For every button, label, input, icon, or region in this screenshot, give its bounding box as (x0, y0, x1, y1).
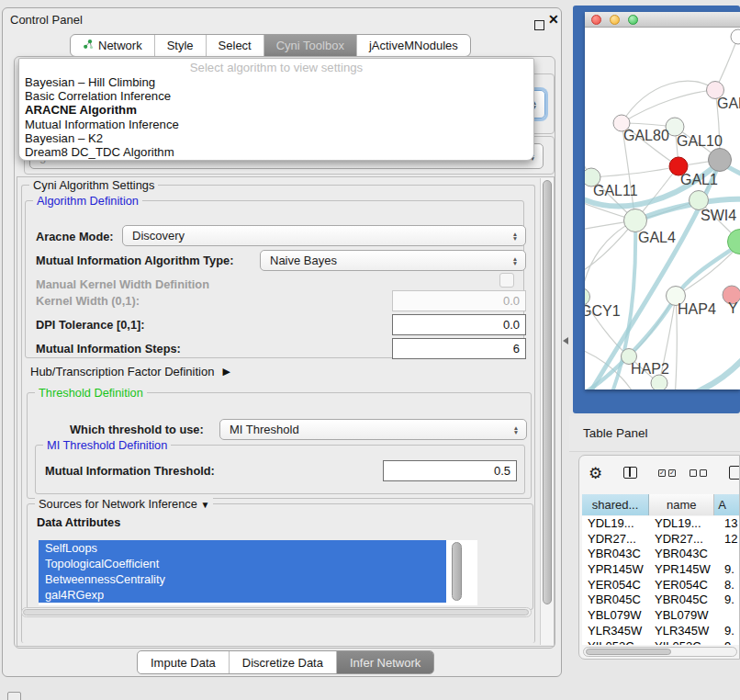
table-cell: 8. (722, 578, 740, 593)
hub-transcription-factor-label: Hub/Transcription Factor Definition (30, 365, 214, 378)
mi-threshold-definition-title: MI Threshold Definition (43, 438, 171, 452)
network-node-label: HAP2 (631, 361, 669, 377)
threshold-definition-title: Threshold Definition (35, 386, 147, 400)
column-header-a[interactable]: A (714, 494, 740, 515)
column-layout-icon[interactable] (623, 467, 637, 479)
algorithm-definition-title: Algorithm Definition (33, 194, 142, 208)
network-node[interactable] (731, 29, 740, 44)
algorithm-dropdown-items: Bayesian – Hill ClimbingBasic Correlatio… (19, 75, 533, 159)
close-traffic-light-icon[interactable] (591, 15, 601, 25)
table-row[interactable]: YDR27...YDR27...12 (582, 532, 740, 548)
algorithm-option-bayesian-k2[interactable]: Bayesian – K2 (19, 131, 533, 145)
table-horizontal-scrollbar[interactable] (583, 647, 737, 657)
kernel-width-field (392, 290, 526, 311)
manual-kernel-width-checkbox[interactable] (499, 273, 514, 288)
table-row[interactable]: YBL079WYBL079W (582, 608, 740, 624)
table-rows: YDL19...YDL19...13YDR27...YDR27...12YBR0… (582, 516, 740, 645)
attribute-item-selfloops[interactable]: SelfLoops (39, 540, 446, 556)
tab-impute-data[interactable]: Impute Data (138, 651, 230, 673)
mi-threshold-definition-group: MI Threshold Definition Mutual Informati… (35, 445, 525, 494)
table-row[interactable]: YER054CYER054C8. (582, 578, 740, 593)
aracne-mode-select[interactable]: Discovery (122, 225, 526, 246)
settings-horizontal-scrollbar[interactable] (21, 607, 532, 617)
tab-label: Cyni Toolbox (276, 39, 344, 52)
tab-label: Style (167, 39, 194, 52)
attribute-item-betweennesscentrality[interactable]: BetweennessCentrality (39, 571, 446, 587)
dpi-tolerance-field[interactable] (392, 314, 526, 335)
zoom-traffic-light-icon[interactable] (628, 15, 638, 25)
algorithm-option-mutual-information-inference[interactable]: Mutual Information Inference (19, 118, 533, 131)
table-cell: 12 (722, 532, 740, 548)
table-row[interactable]: YLR345WYLR345W9. (582, 624, 740, 639)
minimized-panel-icon[interactable] (7, 692, 21, 700)
network-canvas[interactable]: GALGAL80GAL10GAL1GAL11SWI4GAL4GCY1HAP4YH… (585, 28, 740, 390)
which-threshold-select[interactable]: MI Threshold (219, 419, 527, 440)
tab-label: jActiveMNodules (369, 39, 458, 52)
mi-steps-field[interactable] (392, 338, 526, 359)
settings-horizontal-scrollbar-thumb[interactable] (23, 609, 529, 615)
column-header-name[interactable]: name (649, 494, 714, 515)
tab-label: Network (98, 39, 142, 52)
column-header-shared[interactable]: shared... (582, 494, 649, 515)
deselect-all-checkboxes-icon[interactable] (690, 469, 707, 477)
attribute-item-gal4rgexp[interactable]: gal4RGexp (39, 587, 446, 603)
attribute-item-topologicalcoefficient[interactable]: TopologicalCoefficient (39, 556, 446, 571)
network-node-gal4[interactable] (624, 209, 647, 232)
table-horizontal-scrollbar-thumb[interactable] (586, 649, 671, 655)
network-node[interactable] (651, 375, 667, 390)
algorithm-option-bayesian-hill-climbing[interactable]: Bayesian – Hill Climbing (19, 75, 533, 89)
mi-algorithm-type-select[interactable]: Naive Bayes (260, 250, 526, 271)
table-cell: YBL079W (582, 608, 653, 624)
control-panel-title: Control Panel (10, 13, 83, 27)
export-table-icon[interactable] (729, 466, 740, 480)
mi-steps-label: Mutual Information Steps: (36, 342, 181, 356)
table-row[interactable]: YDL19...YDL19...13 (582, 516, 740, 532)
algorithm-option-basic-correlation-inference[interactable]: Basic Correlation Inference (19, 89, 533, 103)
gear-icon[interactable]: ⚙ (589, 464, 602, 483)
cyni-toolbox-panel: gal-filtered sif default node Select alg… (14, 56, 555, 649)
network-node-label: GAL11 (593, 183, 638, 198)
hub-transcription-factor-expander[interactable]: Hub/Transcription Factor Definition ▶ (30, 365, 230, 378)
attributes-scrollbar[interactable] (452, 542, 462, 603)
threshold-definition-group: Threshold Definition Which threshold to … (27, 392, 532, 499)
table-cell: YPR145W (582, 562, 653, 578)
network-edge (674, 296, 677, 390)
table-row[interactable]: YPR145WYPR145W9. (582, 562, 740, 578)
tab-jactivemnodules[interactable]: jActiveMNodules (357, 35, 470, 56)
algorithm-option-aracne-algorithm[interactable]: ARACNE Algorithm (19, 103, 533, 117)
float-window-icon[interactable] (534, 20, 544, 30)
table-row[interactable]: YBR045CYBR045C9. (582, 593, 740, 608)
data-attributes-list[interactable]: SelfLoopsTopologicalCoefficientBetweenne… (39, 540, 477, 605)
network-window-titlebar[interactable] (585, 12, 740, 28)
table-cell: 9. (722, 624, 740, 639)
tab-network[interactable]: Network (71, 35, 155, 56)
settings-vertical-scrollbar-thumb[interactable] (543, 180, 552, 604)
tab-select[interactable]: Select (207, 35, 264, 56)
table-cell: 9. (722, 593, 740, 608)
tab-infer-network[interactable]: Infer Network (337, 651, 433, 673)
minimize-traffic-light-icon[interactable] (610, 15, 620, 25)
network-node[interactable] (709, 149, 732, 172)
select-all-checkboxes-icon[interactable] (658, 469, 676, 477)
tab-discretize-data[interactable]: Discretize Data (230, 651, 337, 673)
panel-collapse-arrow-icon[interactable] (563, 337, 568, 344)
tab-cyni-toolbox[interactable]: Cyni Toolbox (264, 35, 357, 56)
table-row[interactable]: YBR043CYBR043C (582, 547, 740, 562)
algorithm-option-dream8-dc-tdc-algorithm[interactable]: Dream8 DC_TDC Algorithm (19, 145, 533, 159)
network-edge (622, 90, 715, 123)
attributes-scrollbar-thumb[interactable] (452, 542, 462, 601)
stepper-arrows-icon (510, 425, 522, 435)
network-icon (83, 39, 94, 52)
settings-vertical-scrollbar[interactable] (540, 178, 555, 645)
table-cell: YBR043C (653, 547, 722, 562)
table-row[interactable]: YIL052CYIL052C9. (582, 639, 740, 646)
table-cell: YER054C (582, 578, 653, 593)
sources-group-title[interactable]: Sources for Network Inference ▼ (35, 497, 213, 511)
mi-threshold-field[interactable] (383, 460, 517, 481)
network-node-label: GAL (717, 96, 740, 111)
tab-style[interactable]: Style (155, 35, 207, 56)
table-cell: 9. (722, 639, 740, 646)
network-node-label: SWI4 (701, 208, 736, 223)
close-icon[interactable]: ✕ (548, 12, 559, 27)
stepper-arrows-icon (509, 256, 521, 265)
